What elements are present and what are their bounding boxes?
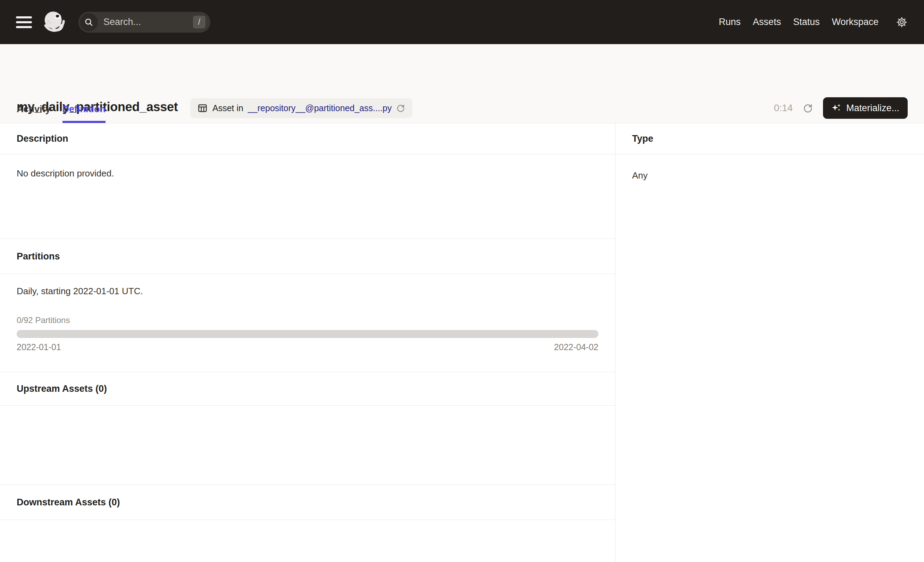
refresh-timer: 0:14 [774,102,793,114]
partition-progress-bar [16,330,598,338]
main-content: Description No description provided. Par… [0,123,924,562]
sparkle-icon [831,103,842,113]
tab-definition[interactable]: Definition [63,104,105,123]
asset-location-tag: Asset in __repository__@partitioned_ass.… [190,98,412,118]
upstream-assets-heading: Upstream Assets (0) [0,372,615,406]
tab-activity[interactable]: Activity [16,104,51,123]
downstream-assets-empty [0,520,615,561]
search-shortcut-key: / [193,16,206,29]
gear-icon [896,17,908,28]
tab-bar: Activity Definition [16,104,105,123]
nav-links: Runs Assets Status Workspace [719,17,879,27]
materialize-button[interactable]: Materialize... [823,97,908,119]
definition-left-column: Description No description provided. Par… [0,123,615,562]
partitions-summary: Daily, starting 2022-01-01 UTC. [16,286,598,297]
search-box[interactable]: / [78,12,210,33]
description-heading: Description [0,123,615,154]
type-heading: Type [615,123,924,154]
description-body: No description provided. [0,154,615,239]
menu-icon[interactable] [16,17,32,28]
settings-button[interactable] [896,17,908,28]
nav-item-runs[interactable]: Runs [719,17,741,27]
asset-tag-prefix: Asset in [212,103,243,113]
top-nav: / Runs Assets Status Workspace [0,0,924,44]
partitions-progress-label: 0/92 Partitions [16,316,598,325]
partitions-body: Daily, starting 2022-01-01 UTC. 0/92 Par… [0,274,615,372]
repository-link[interactable]: __repository__@partitioned_ass....py [248,103,392,113]
materialize-label: Materialize... [846,103,899,114]
type-value: Any [615,154,924,195]
partition-range-start: 2022-01-01 [16,342,61,352]
partition-range-end: 2022-04-02 [554,342,598,352]
reload-repository-icon[interactable] [396,104,405,113]
asset-group-icon [197,103,208,114]
definition-right-column: Type Any [615,123,924,562]
nav-item-status[interactable]: Status [793,17,820,27]
downstream-assets-heading: Downstream Assets (0) [0,485,615,520]
nav-item-workspace[interactable]: Workspace [832,17,879,27]
search-input[interactable] [104,17,189,27]
upstream-assets-empty [0,406,615,485]
page-header: my_daily_partitioned_asset Asset in __re… [0,44,924,123]
dagster-logo-icon[interactable] [42,9,68,35]
search-icon[interactable] [80,13,98,31]
refresh-icon[interactable] [802,103,813,114]
partitions-heading: Partitions [0,239,615,274]
nav-item-assets[interactable]: Assets [753,17,781,27]
